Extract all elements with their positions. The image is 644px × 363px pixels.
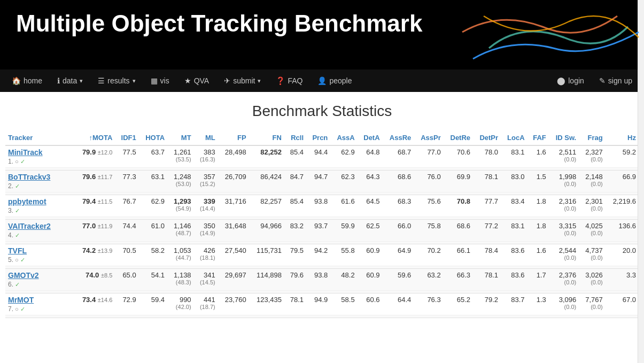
col-faf[interactable]: FAF — [527, 130, 549, 145]
col-loca[interactable]: LocA — [501, 130, 527, 145]
nav-results[interactable]: ☰ results — [91, 72, 142, 89]
col-tracker[interactable]: Tracker — [5, 130, 74, 145]
cell-deta: 62.5 — [358, 220, 383, 242]
tracker-link[interactable]: MiniTrack — [8, 148, 43, 157]
cell-prcn: 93.8 — [306, 195, 330, 217]
nav-results-label: results — [107, 76, 129, 85]
separator-row — [5, 315, 639, 318]
table-row: MrMOT7.○✓73.4 ±14.672.959.4990(42.0)441(… — [5, 294, 639, 315]
circle-icon[interactable]: ○ — [15, 158, 19, 165]
cell-mota: 79.4 ±11.5 — [74, 195, 115, 217]
circle-icon[interactable]: ○ — [15, 306, 19, 312]
check-icon[interactable]: ✓ — [20, 257, 25, 264]
cell-frag: 2,327(0.0) — [579, 145, 606, 168]
cell-hota: 61.0 — [139, 220, 167, 242]
nav-people[interactable]: 👤 people — [311, 72, 358, 89]
cell-fn: 94,966 — [249, 220, 284, 242]
nav-login[interactable]: ⬤ login — [550, 72, 591, 89]
cell-asspr: 75.8 — [414, 220, 443, 242]
cell-deta: 64.8 — [358, 145, 383, 168]
col-detpr[interactable]: DetPr — [473, 130, 501, 145]
cell-idsw: 1,998(0.0) — [549, 171, 579, 192]
col-mt[interactable]: MT — [167, 130, 194, 145]
tracker-rank: 3.✓ — [8, 207, 71, 214]
cell-loca: 83.6 — [501, 244, 527, 266]
check-icon[interactable]: ✓ — [15, 232, 20, 239]
col-assa[interactable]: AssA — [330, 130, 357, 145]
nav-qva[interactable]: ★ QVA — [178, 72, 216, 89]
nav-faq[interactable]: ❓ FAQ — [269, 72, 309, 89]
cell-hz: 66.9 — [606, 171, 639, 192]
tracker-rank: 5.○✓ — [8, 256, 71, 264]
col-mota[interactable]: ↑MOTA — [74, 130, 115, 145]
check-icon[interactable]: ✓ — [15, 183, 20, 190]
circle-icon[interactable]: ○ — [15, 257, 19, 263]
cell-faf: 1.8 — [527, 220, 549, 242]
col-hz[interactable]: Hz — [606, 130, 639, 145]
cell-idsw: 3,315(0.0) — [549, 220, 579, 242]
cell-ml: 441(18.7) — [194, 294, 218, 315]
cell-faf: 1.8 — [527, 195, 549, 217]
tracker-link[interactable]: TVFL — [8, 246, 27, 255]
col-hota[interactable]: HOTA — [139, 130, 167, 145]
col-rcll[interactable]: Rcll — [284, 130, 306, 145]
cell-tracker: MiniTrack1.○✓ — [5, 145, 74, 168]
tracker-link[interactable]: ppbytemot — [8, 197, 46, 206]
table-row: ppbytemot3.✓79.4 ±11.576.762.91,293(54.9… — [5, 195, 639, 217]
check-icon[interactable]: ✓ — [15, 281, 20, 288]
header-row: Tracker ↑MOTA IDF1 HOTA MT ML FP FN Rcll… — [5, 130, 639, 145]
col-frag[interactable]: Frag — [579, 130, 606, 145]
cell-detre: 70.8 — [444, 195, 473, 217]
cell-rcll: 84.7 — [284, 171, 306, 192]
cell-fn: 82,252 — [249, 145, 284, 168]
tracker-link[interactable]: MrMOT — [8, 296, 34, 304]
col-detre[interactable]: DetRe — [444, 130, 473, 145]
nav-data[interactable]: ℹ data — [51, 72, 89, 89]
cell-faf: 1.6 — [527, 244, 549, 266]
check-icon[interactable]: ✓ — [20, 306, 25, 313]
cell-frag: 3,026(0.0) — [579, 269, 606, 291]
col-fp[interactable]: FP — [218, 130, 249, 145]
cell-mota: 74.0 ±8.5 — [74, 269, 115, 291]
cell-fp: 29,697 — [218, 269, 249, 291]
cell-hota: 58.2 — [139, 244, 167, 266]
cell-asspr: 70.2 — [414, 244, 443, 266]
col-ml[interactable]: ML — [194, 130, 218, 145]
cell-assre: 64.9 — [383, 244, 414, 266]
nav-submit-label: submit — [233, 76, 255, 85]
check-icon[interactable]: ✓ — [15, 207, 20, 214]
col-idsw[interactable]: ID Sw. — [549, 130, 579, 145]
main-content: Benchmark Statistics Tracker ↑MOTA IDF1 … — [0, 92, 644, 329]
cell-ml: 350(14.9) — [194, 220, 218, 242]
tracker-link[interactable]: GMOTv2 — [8, 271, 39, 280]
cell-rcll: 79.5 — [284, 244, 306, 266]
col-asspr[interactable]: AssPr — [414, 130, 443, 145]
cell-detpr: 77.2 — [473, 220, 501, 242]
col-assre[interactable]: AssRe — [383, 130, 414, 145]
nav-home[interactable]: 🏠 home — [5, 72, 49, 89]
cell-idsw: 2,511(0.0) — [549, 145, 579, 168]
cell-faf: 1.5 — [527, 171, 549, 192]
check-icon[interactable]: ✓ — [20, 158, 25, 165]
nav-signup[interactable]: ✎ sign up — [593, 72, 639, 89]
nav-submit[interactable]: ✈ submit — [218, 72, 267, 89]
cell-loca: 83.0 — [501, 171, 527, 192]
col-prcn[interactable]: Prcn — [306, 130, 330, 145]
tracker-link[interactable]: BoTTrackv3 — [8, 173, 50, 181]
nav-vis[interactable]: ▦ vis — [144, 72, 176, 89]
cell-assa: 58.5 — [330, 294, 357, 315]
col-idf1[interactable]: IDF1 — [115, 130, 138, 145]
cell-frag: 2,301(0.0) — [579, 195, 606, 217]
cell-assa: 55.8 — [330, 244, 357, 266]
cell-idsw: 2,376(0.0) — [549, 269, 579, 291]
col-deta[interactable]: DetA — [358, 130, 383, 145]
banner-title: Multiple Object Tracking Benchmark — [16, 10, 628, 38]
tracker-link[interactable]: VAITracker2 — [8, 222, 51, 230]
cell-hota: 59.4 — [139, 294, 167, 315]
cell-detre: 68.6 — [444, 220, 473, 242]
cell-detre: 65.2 — [444, 294, 473, 315]
cell-loca: 83.1 — [501, 145, 527, 168]
col-fn[interactable]: FN — [249, 130, 284, 145]
cell-mota: 79.6 ±11.7 — [74, 171, 115, 192]
cell-ml: 339(14.4) — [194, 195, 218, 217]
